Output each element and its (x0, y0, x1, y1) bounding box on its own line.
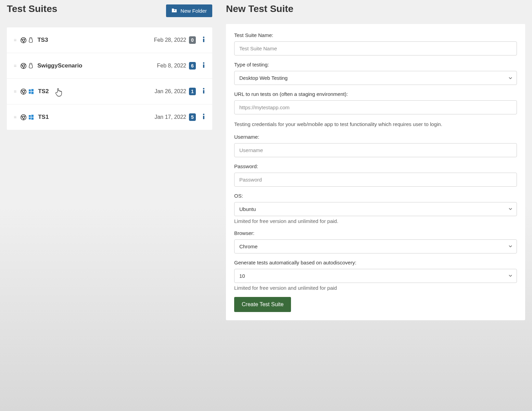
suite-name: TS1 (38, 114, 49, 121)
info-icon[interactable] (202, 36, 205, 44)
drag-handle-icon[interactable]: ≡ (14, 114, 16, 120)
svg-rect-27 (29, 92, 31, 94)
svg-point-8 (31, 38, 32, 39)
svg-rect-25 (29, 89, 31, 91)
os-label: OS: (234, 193, 517, 199)
page-title-right: New Test Suite (226, 3, 525, 14)
name-label: Test Suite Name: (234, 32, 517, 38)
suite-row[interactable]: ≡SwiggyScenarioFeb 8, 20226 (7, 53, 212, 79)
new-suite-form: Test Suite Name: Type of testing: Deskto… (226, 24, 525, 320)
new-folder-label: New Folder (180, 8, 207, 14)
svg-rect-36 (29, 115, 31, 117)
linux-icon (28, 37, 33, 43)
svg-rect-41 (203, 116, 204, 119)
suite-name: TS3 (37, 37, 48, 43)
suite-count-badge: 1 (189, 88, 196, 95)
url-label: URL to run tests on (often a staging env… (234, 91, 517, 97)
suite-row[interactable]: ≡TS1Jan 17, 20225 (7, 104, 212, 130)
svg-rect-39 (31, 117, 34, 120)
drag-handle-icon[interactable]: ≡ (14, 37, 16, 43)
suite-count-badge: 0 (189, 36, 196, 44)
folder-plus-icon (172, 8, 177, 14)
drag-handle-icon[interactable]: ≡ (14, 89, 16, 94)
auto-select[interactable]: 10 (234, 269, 517, 283)
page-title-left: Test Suites (7, 3, 57, 14)
suite-list: ≡TS3Feb 28, 20220≡SwiggyScenarioFeb 8, 2… (7, 27, 212, 130)
drag-handle-icon[interactable]: ≡ (14, 63, 16, 68)
suite-count-badge: 5 (189, 113, 196, 121)
svg-rect-28 (31, 92, 34, 94)
svg-rect-10 (203, 39, 204, 42)
suite-row[interactable]: ≡TS3Feb 28, 20220 (7, 27, 212, 53)
svg-point-9 (203, 37, 204, 38)
password-label: Password: (234, 163, 517, 169)
os-hint: Limited for free version and unlimited f… (234, 218, 517, 224)
suite-row[interactable]: ≡TS2Jan 26, 20221 (7, 79, 212, 104)
suite-date: Feb 28, 2022 (154, 37, 186, 43)
svg-point-16 (30, 64, 31, 65)
svg-rect-37 (31, 115, 34, 117)
svg-rect-1 (175, 10, 175, 11)
svg-rect-19 (203, 64, 204, 68)
svg-point-7 (30, 38, 31, 39)
suite-name: TS2 (38, 88, 49, 95)
type-select[interactable]: Desktop Web Testing (234, 71, 517, 85)
info-icon[interactable] (202, 88, 205, 95)
windows-icon (28, 89, 34, 94)
username-input[interactable] (234, 143, 517, 157)
suite-date: Feb 8, 2022 (157, 63, 186, 69)
windows-icon (28, 114, 34, 120)
create-test-suite-button[interactable]: Create Test Suite (234, 297, 291, 312)
username-label: Username: (234, 134, 517, 140)
name-input[interactable] (234, 41, 517, 55)
svg-rect-38 (29, 117, 31, 120)
suite-date: Jan 17, 2022 (154, 114, 186, 120)
chrome-icon (21, 63, 26, 69)
svg-rect-30 (203, 90, 204, 94)
svg-point-29 (203, 88, 204, 89)
svg-point-17 (31, 64, 32, 65)
info-icon[interactable] (202, 113, 205, 121)
new-folder-button[interactable]: New Folder (166, 4, 212, 17)
suite-count-badge: 6 (189, 62, 196, 70)
svg-point-40 (203, 114, 204, 115)
browser-select[interactable]: Chrome (234, 239, 517, 253)
password-input[interactable] (234, 173, 517, 187)
auto-label: Generate tests automatically based on au… (234, 260, 517, 265)
browser-label: Browser: (234, 230, 517, 236)
auto-hint: Limited for free version and unlimited f… (234, 285, 517, 291)
suite-name: SwiggyScenario (37, 62, 82, 69)
type-label: Type of testing: (234, 62, 517, 67)
info-icon[interactable] (202, 62, 205, 70)
os-select[interactable]: Ubuntu (234, 202, 517, 216)
url-input[interactable] (234, 100, 517, 114)
linux-icon (28, 63, 33, 69)
svg-rect-26 (31, 89, 34, 91)
svg-point-18 (203, 62, 204, 64)
chrome-icon (21, 89, 26, 95)
suite-date: Jan 26, 2022 (154, 88, 186, 95)
chrome-icon (21, 37, 26, 43)
chrome-icon (21, 114, 26, 120)
creds-subtext: Testing credentials for your web/mobile … (234, 121, 517, 128)
